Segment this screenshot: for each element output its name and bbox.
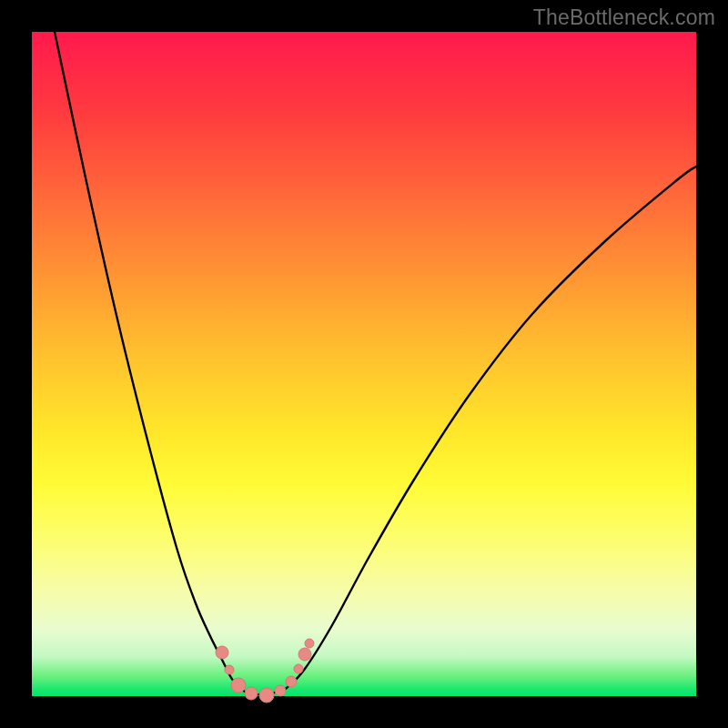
curve-marker — [298, 648, 311, 661]
curve-marker — [275, 685, 286, 696]
curve-marker — [294, 664, 303, 673]
bottleneck-curve — [55, 32, 696, 694]
curve-markers — [216, 639, 314, 703]
curve-marker — [259, 688, 274, 703]
plot-area — [32, 32, 696, 696]
watermark-text: TheBottleneck.com — [533, 5, 715, 30]
curve-svg — [32, 32, 696, 696]
curve-marker — [305, 639, 314, 648]
curve-marker — [225, 665, 234, 674]
curve-marker — [231, 678, 246, 693]
curve-marker — [245, 687, 258, 700]
chart-frame: TheBottleneck.com — [0, 0, 728, 728]
curve-marker — [216, 646, 228, 659]
curve-marker — [286, 676, 297, 687]
